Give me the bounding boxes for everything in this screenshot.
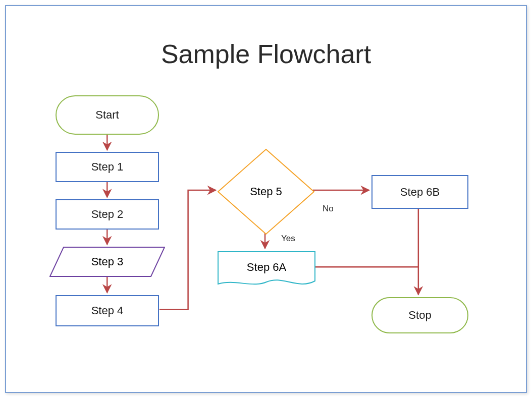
node-step4-label: Step 4 [91,304,124,317]
arrow-step4-step5 [159,190,216,310]
node-step4: Step 4 [56,295,159,326]
node-step1: Step 1 [56,152,159,182]
slide-frame: Sample Flowchart Start Step 1 [5,5,527,393]
node-step6b-label: Step 6B [400,186,440,199]
slide-title: Sample Flowchart [6,39,526,69]
node-step1-label: Step 1 [91,160,124,174]
branch-label-yes: Yes [281,234,295,244]
node-stop: Stop [371,297,468,333]
node-step3-label: Step 3 [91,255,124,268]
node-step3: Step 3 [49,247,165,277]
node-start-label: Start [95,108,119,122]
node-step5-label: Step 5 [250,185,282,198]
node-step2: Step 2 [56,199,159,230]
node-step6b: Step 6B [371,175,468,209]
node-step5: Step 5 [217,148,315,235]
branch-label-no: No [323,204,334,214]
node-stop-label: Stop [408,309,431,322]
node-step2-label: Step 2 [91,208,124,221]
node-start: Start [56,95,159,135]
node-step6a: Step 6A [217,251,316,289]
node-step6a-label: Step 6A [247,261,286,274]
